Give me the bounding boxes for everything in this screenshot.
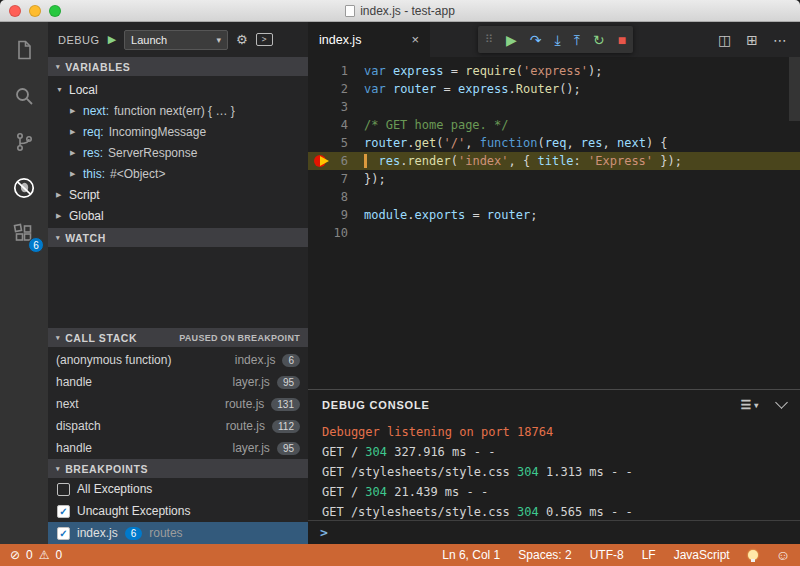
- twisty-icon: ▶: [56, 191, 64, 199]
- start-debug-icon[interactable]: ▶: [108, 33, 116, 46]
- breakpoint-checkbox[interactable]: [57, 483, 70, 496]
- gutter-cell[interactable]: 3: [308, 98, 364, 116]
- breakpoints-pane: ▾ BREAKPOINTS All Exceptions✓Uncaught Ex…: [48, 459, 308, 544]
- debug-drag-handle-icon[interactable]: ⠿: [485, 34, 493, 45]
- debug-console-panel: DEBUG CONSOLE ☰ ▾ Debugger listening on …: [308, 389, 800, 544]
- code-line[interactable]: 8: [308, 188, 800, 206]
- code-line[interactable]: 6 res.render('index', { title: 'Express'…: [308, 152, 800, 170]
- gutter-cell[interactable]: 5: [308, 134, 364, 152]
- scope-script[interactable]: ▶Script: [48, 184, 308, 205]
- stack-frame-row[interactable]: (anonymous function)index.js6: [48, 349, 308, 371]
- breakpoint-row[interactable]: ✓index.js6routes: [48, 522, 308, 544]
- feedback-smiley-icon[interactable]: ☺: [776, 548, 790, 562]
- code-line[interactable]: 1var express = require('express');: [308, 62, 800, 80]
- code-line[interactable]: 9module.exports = router;: [308, 206, 800, 224]
- debug-sidebar: DEBUG ▶ Launch ▾ ⚙ > ▾ VARIABLES ▼Local▶…: [48, 22, 308, 544]
- code-line[interactable]: 3: [308, 98, 800, 116]
- stack-frame-row[interactable]: dispatchroute.js112: [48, 415, 308, 437]
- breakpoint-checkbox[interactable]: ✓: [57, 527, 70, 540]
- call-stack-pane-header[interactable]: ▾ CALL STACK PAUSED ON BREAKPOINT: [48, 328, 308, 347]
- debug-step-over-icon[interactable]: ↷: [530, 33, 542, 47]
- debug-restart-icon[interactable]: ↻: [593, 33, 605, 47]
- close-window-button[interactable]: [9, 5, 21, 17]
- frame-function: (anonymous function): [56, 353, 171, 367]
- gutter-cell[interactable]: 7: [308, 170, 364, 188]
- activity-search-icon[interactable]: [10, 82, 38, 110]
- split-editor-icon[interactable]: ◫: [718, 32, 731, 48]
- gear-icon[interactable]: ⚙: [236, 32, 248, 47]
- console-input-row[interactable]: >: [308, 520, 800, 544]
- breakpoint-row[interactable]: All Exceptions: [48, 478, 308, 500]
- lightbulb-icon[interactable]: [748, 550, 758, 560]
- frame-line-badge: 6: [282, 354, 300, 367]
- console-line: GET / 304 327.916 ms - -: [322, 442, 786, 462]
- variable-req[interactable]: ▶req:IncomingMessage: [48, 121, 308, 142]
- frame-line-badge: 131: [271, 398, 300, 411]
- panel-header: DEBUG CONSOLE ☰ ▾: [308, 390, 800, 420]
- call-stack-pane: ▾ CALL STACK PAUSED ON BREAKPOINT (anony…: [48, 328, 308, 459]
- current-frame-arrow-icon: [320, 156, 334, 166]
- variable-next[interactable]: ▶next:function next(err) { … }: [48, 100, 308, 121]
- code-line[interactable]: 4/* GET home page. */: [308, 116, 800, 134]
- variable-name: next:: [83, 104, 109, 118]
- breakpoint-row[interactable]: ✓Uncaught Exceptions: [48, 500, 308, 522]
- close-icon[interactable]: ×: [411, 32, 419, 47]
- line-number: 8: [341, 190, 348, 204]
- debug-config-select[interactable]: Launch ▾: [124, 30, 228, 50]
- gutter-cell[interactable]: 6: [308, 152, 364, 170]
- more-actions-icon[interactable]: ⋯: [773, 32, 787, 48]
- scope-global[interactable]: ▶Global: [48, 205, 308, 226]
- gutter-cell[interactable]: 10: [308, 224, 364, 242]
- tab-index-js[interactable]: index.js ×: [308, 22, 430, 57]
- line-number: 10: [334, 226, 348, 240]
- status-bar: ⊘ 0 ⚠ 0 Ln 6, Col 1 Spaces: 2 UTF-8 LF J…: [0, 544, 800, 566]
- debug-step-out-icon[interactable]: ⤒: [574, 33, 580, 47]
- stack-frame-row[interactable]: handlelayer.js95: [48, 371, 308, 393]
- activity-extensions-icon[interactable]: 6: [10, 220, 38, 248]
- encoding-setting[interactable]: UTF-8: [590, 548, 624, 562]
- console-line: Debugger listening on port 18764: [322, 422, 786, 442]
- code-editor[interactable]: 1var express = require('express');2var r…: [308, 57, 800, 389]
- gutter-cell[interactable]: 1: [308, 62, 364, 80]
- activity-scm-icon[interactable]: [10, 128, 38, 156]
- debug-console-toggle-icon[interactable]: >: [256, 33, 273, 46]
- cursor-position[interactable]: Ln 6, Col 1: [442, 548, 500, 562]
- gutter-cell[interactable]: 9: [308, 206, 364, 224]
- toggle-layout-icon[interactable]: ⊞: [746, 32, 758, 48]
- activity-explorer-icon[interactable]: [10, 36, 38, 64]
- debug-stop-icon[interactable]: ■: [618, 33, 626, 47]
- gutter-cell[interactable]: 2: [308, 80, 364, 98]
- gutter-cell[interactable]: 8: [308, 188, 364, 206]
- scope-label: Local: [69, 83, 98, 97]
- code-line[interactable]: 2var router = express.Router();: [308, 80, 800, 98]
- variables-pane: ▾ VARIABLES ▼Local▶next:function next(er…: [48, 57, 308, 228]
- debug-continue-icon[interactable]: ▶: [506, 33, 517, 47]
- code-line[interactable]: 10: [308, 224, 800, 242]
- debug-step-into-icon[interactable]: ⤓: [555, 33, 561, 47]
- stack-frame-row[interactable]: nextroute.js131: [48, 393, 308, 415]
- problems-indicator[interactable]: ⊘ 0 ⚠ 0: [10, 548, 62, 562]
- code-line[interactable]: 7});: [308, 170, 800, 188]
- title-bar: index.js - test-app: [0, 0, 800, 22]
- scope-local[interactable]: ▼Local: [48, 79, 308, 100]
- stack-frame-row[interactable]: handlelayer.js95: [48, 437, 308, 459]
- language-mode[interactable]: JavaScript: [674, 548, 730, 562]
- chevron-down-icon: ▾: [217, 35, 222, 45]
- breakpoint-checkbox[interactable]: ✓: [57, 505, 70, 518]
- indentation-setting[interactable]: Spaces: 2: [518, 548, 571, 562]
- zoom-window-button[interactable]: [49, 5, 61, 17]
- console-options-icon[interactable]: ☰ ▾: [741, 398, 759, 412]
- collapse-panel-icon[interactable]: [775, 396, 788, 409]
- editor-scrollbar[interactable]: [789, 57, 800, 121]
- gutter-cell[interactable]: 4: [308, 116, 364, 134]
- activity-debug-icon[interactable]: [10, 174, 38, 202]
- minimize-window-button[interactable]: [29, 5, 41, 17]
- eol-setting[interactable]: LF: [642, 548, 656, 562]
- code-line[interactable]: 5router.get('/', function(req, res, next…: [308, 134, 800, 152]
- breakpoints-pane-header[interactable]: ▾ BREAKPOINTS: [48, 459, 308, 478]
- frame-line-badge: 95: [277, 376, 300, 389]
- variable-this[interactable]: ▶this:#<Object>: [48, 163, 308, 184]
- variables-pane-header[interactable]: ▾ VARIABLES: [48, 57, 308, 76]
- variable-res[interactable]: ▶res:ServerResponse: [48, 142, 308, 163]
- watch-pane-header[interactable]: ▾ WATCH: [48, 228, 308, 247]
